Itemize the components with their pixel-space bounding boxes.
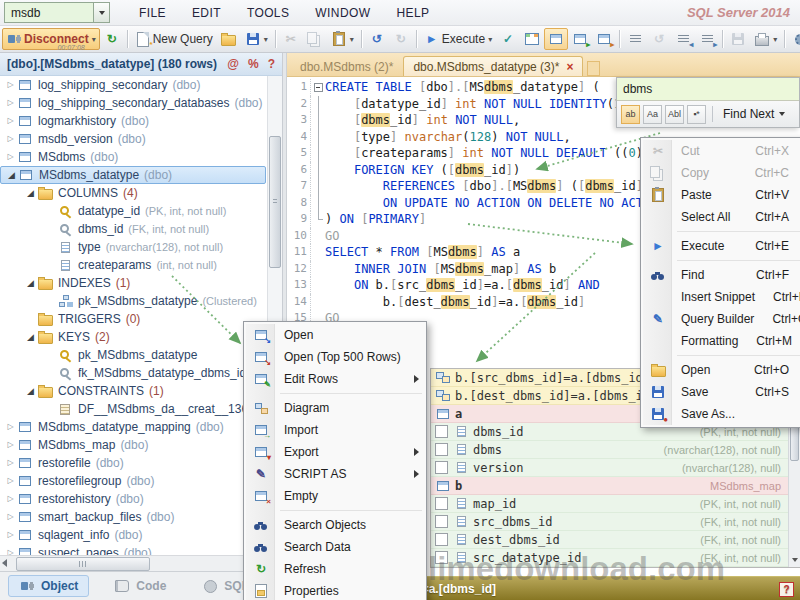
expand-icon[interactable]: ▷	[4, 117, 17, 125]
menu-item-diagram[interactable]: Diagram	[246, 397, 424, 419]
expand-icon[interactable]: ▷	[4, 81, 17, 89]
expand-icon[interactable]: ▷	[4, 513, 17, 521]
tree-item[interactable]: ▷msdb_version(dbo)	[0, 130, 268, 148]
menu-item-find[interactable]: FindCtrl+F	[643, 264, 800, 286]
collapse-icon[interactable]: ◢	[24, 333, 37, 342]
menu-item-properties[interactable]: Properties	[246, 580, 424, 600]
dropdown-caret-icon[interactable]: ▾	[773, 35, 777, 44]
column-checkbox[interactable]	[435, 551, 448, 564]
menu-tools[interactable]: TOOLS	[234, 6, 302, 20]
indent-button[interactable]: ▸	[695, 28, 719, 50]
expand-icon[interactable]: ▷	[4, 423, 17, 431]
menu-item-open-top-500-rows-[interactable]: ↘Open (Top 500 Rows)	[246, 346, 424, 368]
tree-item[interactable]: TRIGGERS(0)	[0, 310, 268, 328]
column-row[interactable]: version(nvarchar(128), null)	[431, 459, 788, 477]
tree-item[interactable]: ◢KEYS(2)	[0, 328, 268, 346]
percent-icon[interactable]: %	[248, 57, 259, 71]
tree-item[interactable]: pk_MSdbms_datatype(Clustered)	[0, 292, 268, 310]
expand-icon[interactable]: ▷	[4, 441, 17, 449]
column-row[interactable]: dbms(nvarchar(128), not null)	[431, 441, 788, 459]
tree-item[interactable]: ▷restorehistory(dbo)	[0, 490, 268, 508]
settings-button[interactable]	[788, 28, 800, 50]
menu-item-script-as[interactable]: ✎SCRIPT AS	[246, 463, 424, 485]
dropdown-caret-icon[interactable]: ▾	[350, 35, 354, 44]
tab-code[interactable]: Code	[103, 575, 177, 597]
paste-button[interactable]: ▾	[327, 28, 358, 50]
tree-scrollbar-thumb[interactable]	[269, 136, 281, 268]
tab-object[interactable]: Object	[8, 575, 89, 597]
menu-item-empty[interactable]: ×Empty	[246, 485, 424, 507]
disconnect-button[interactable]: Disconnect00:07:08▾	[2, 28, 100, 50]
tree-horizontal-scrollbar[interactable]	[0, 555, 282, 571]
find-next-button[interactable]: Find Next	[719, 107, 789, 121]
tree-item[interactable]: ▷MSdbms_datatype_mapping(dbo)	[0, 418, 268, 436]
menu-item-select-all[interactable]: Select AllCtrl+A	[643, 206, 800, 228]
editor-tab[interactable]: dbo.MSdbms (2)*	[291, 57, 402, 76]
tree-item[interactable]: ▷log_shipping_secondary(dbo)	[0, 76, 268, 94]
dropdown-caret-icon[interactable]: ▾	[264, 35, 268, 44]
menu-item-formatting[interactable]: FormattingCtrl+M	[643, 330, 800, 352]
tree-item[interactable]: ◢COLUMNS(4)	[0, 184, 268, 202]
menu-item-search-data[interactable]: Search Data	[246, 536, 424, 558]
menu-item-copy[interactable]: CopyCtrl+C	[643, 162, 800, 184]
cut-button[interactable]: ✂	[279, 28, 303, 50]
menu-edit[interactable]: EDIT	[179, 6, 234, 20]
tree-item[interactable]: ◢CONSTRAINTS(1)	[0, 382, 268, 400]
expand-icon[interactable]: ▷	[4, 531, 17, 539]
menu-item-refresh[interactable]: ↻Refresh	[246, 558, 424, 580]
find-option-button[interactable]: Abl	[665, 105, 684, 124]
find-option-button[interactable]: ▪*	[687, 105, 706, 124]
dropdown-caret-icon[interactable]: ▾	[92, 35, 96, 44]
validate-button[interactable]: ✓	[496, 28, 520, 50]
find-input[interactable]: dbms	[623, 82, 652, 96]
tree-item[interactable]: pk_MSdbms_datatype	[0, 346, 268, 364]
dropdown-caret-icon[interactable]: ▾	[488, 35, 492, 44]
copy-button[interactable]	[303, 28, 327, 50]
collapse-icon[interactable]: ◢	[5, 171, 18, 180]
menu-item-query-builder[interactable]: ✎Query BuilderCtrl+Q	[643, 308, 800, 330]
grid-copy-button[interactable]: ▸	[592, 28, 616, 50]
expand-icon[interactable]: ▷	[4, 99, 17, 107]
table-row[interactable]: bMSdbms_map	[431, 477, 788, 495]
menu-item-open[interactable]: OpenCtrl+O	[643, 359, 800, 381]
column-checkbox[interactable]	[435, 515, 448, 528]
close-tab-icon[interactable]: ×	[566, 61, 573, 73]
new-query-button[interactable]: *New Query	[131, 28, 217, 50]
tree-item[interactable]: ▷restorefile(dbo)	[0, 454, 268, 472]
undo-button[interactable]: ↺	[365, 28, 389, 50]
tree-item[interactable]: DF__MSdbms_da__creat__1367E	[0, 400, 268, 418]
column-row[interactable]: src_datatype_id(FK, int, not null)	[431, 549, 788, 567]
menu-item-export[interactable]: ▾Export	[246, 441, 424, 463]
execute-button[interactable]: ►Execute▾	[420, 28, 496, 50]
database-selector[interactable]: msdb	[4, 2, 110, 23]
save-button[interactable]: ▾	[241, 28, 272, 50]
help-button[interactable]: ?	[779, 582, 794, 597]
column-row[interactable]: src_dbms_id(FK, int, not null)	[431, 513, 788, 531]
tree-item[interactable]: dbms_id(FK, int, not null)	[0, 220, 268, 238]
menu-item-execute[interactable]: ►ExecuteCtrl+E	[643, 235, 800, 257]
menu-item-save-as-[interactable]: ●Save As...	[643, 403, 800, 425]
refresh-button[interactable]: ↻	[100, 28, 124, 50]
tree-item[interactable]: ▷restorefilegroup(dbo)	[0, 472, 268, 490]
tree-hscrollbar-thumb[interactable]	[16, 557, 150, 571]
at-icon[interactable]: @	[227, 57, 239, 71]
expand-icon[interactable]: ▷	[4, 495, 17, 503]
print-button[interactable]: ▾	[750, 28, 781, 50]
line-numbers-button[interactable]	[623, 28, 647, 50]
expand-icon[interactable]: ▷	[4, 477, 17, 485]
column-row[interactable]: map_id(PK, int, not null)	[431, 495, 788, 513]
redo-button[interactable]: ↻	[389, 28, 413, 50]
menu-item-import[interactable]: →Import	[246, 419, 424, 441]
tree-item[interactable]: ◢MSdbms_datatype(dbo)	[0, 166, 266, 184]
menu-help[interactable]: HELP	[383, 6, 442, 20]
editor-tab[interactable]: dbo.MSdbms_datatype (3)*×	[403, 56, 583, 76]
menu-item-search-objects[interactable]: Search Objects	[246, 514, 424, 536]
tree-item[interactable]: ▷sqlagent_info(dbo)	[0, 526, 268, 544]
undo-format-button[interactable]: ↺	[647, 28, 671, 50]
column-checkbox[interactable]	[435, 497, 448, 510]
tree-item[interactable]: ▷MSdbms(dbo)	[0, 148, 268, 166]
save-all-button[interactable]	[726, 28, 750, 50]
menu-item-save[interactable]: SaveCtrl+S	[643, 381, 800, 403]
query-designer-button[interactable]	[520, 28, 544, 50]
menu-file[interactable]: FILE	[126, 6, 179, 20]
